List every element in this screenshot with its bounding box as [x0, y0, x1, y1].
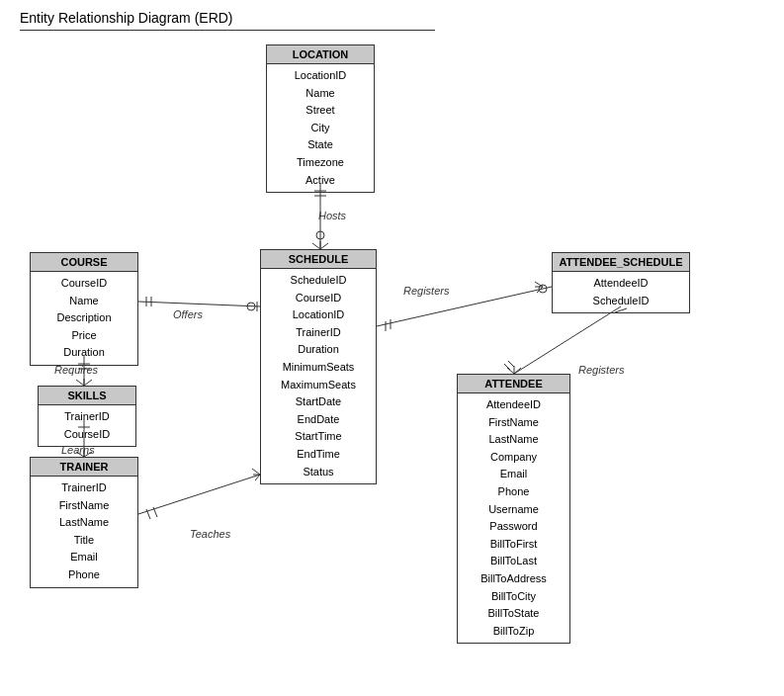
- table-skills-header: SKILLS: [39, 387, 135, 405]
- table-attendee-header: ATTENDEE: [458, 375, 569, 393]
- table-trainer-body: TrainerID FirstName LastName Title Email…: [31, 477, 137, 587]
- rel-label-registers-2: Registers: [578, 364, 624, 376]
- table-schedule-body: ScheduleID CourseID LocationID TrainerID…: [261, 269, 376, 483]
- table-location: LOCATION LocationID Name Street City Sta…: [266, 44, 375, 193]
- table-trainer-header: TRAINER: [31, 458, 137, 477]
- diagram-title: Entity Relationship Diagram (ERD): [20, 10, 233, 26]
- svg-line-33: [535, 282, 543, 287]
- table-attendee-schedule: ATTENDEE_SCHEDULE AttendeeID ScheduleID: [552, 252, 690, 313]
- table-course-body: CourseID Name Description Price Duration: [31, 272, 137, 365]
- svg-line-42: [508, 361, 514, 367]
- table-location-header: LOCATION: [267, 45, 374, 64]
- table-skills-body: TrainerID CourseID: [39, 405, 135, 446]
- rel-label-learns: Learns: [61, 444, 95, 456]
- svg-line-7: [138, 302, 260, 306]
- svg-line-34: [537, 287, 543, 293]
- rel-label-teaches: Teaches: [190, 528, 230, 540]
- rel-label-registers-1: Registers: [403, 285, 449, 297]
- rel-label-hosts: Hosts: [318, 210, 346, 221]
- table-trainer: TRAINER TrainerID FirstName LastName Tit…: [30, 457, 138, 588]
- rel-label-requires: Requires: [54, 364, 98, 376]
- table-location-body: LocationID Name Street City State Timezo…: [267, 64, 374, 192]
- table-schedule-header: SCHEDULE: [261, 250, 376, 269]
- table-course-header: COURSE: [31, 253, 137, 272]
- svg-point-3: [316, 231, 324, 239]
- table-attendee: ATTENDEE AttendeeID FirstName LastName C…: [457, 374, 570, 644]
- svg-line-26: [252, 469, 260, 475]
- title-underline: [20, 30, 435, 31]
- svg-line-24: [146, 509, 150, 519]
- rel-label-offers: Offers: [173, 308, 203, 320]
- svg-point-10: [247, 303, 255, 310]
- svg-line-23: [138, 475, 260, 514]
- table-skills: SKILLS TrainerID CourseID: [38, 386, 136, 447]
- table-course: COURSE CourseID Name Description Price D…: [30, 252, 138, 366]
- table-schedule: SCHEDULE ScheduleID CourseID LocationID …: [260, 249, 377, 484]
- table-attendee-schedule-body: AttendeeID ScheduleID: [553, 272, 689, 312]
- svg-line-41: [504, 364, 510, 370]
- table-attendee-body: AttendeeID FirstName LastName Company Em…: [458, 393, 569, 643]
- table-attendee-schedule-header: ATTENDEE_SCHEDULE: [553, 253, 689, 272]
- svg-point-32: [539, 285, 547, 293]
- svg-line-25: [153, 507, 157, 517]
